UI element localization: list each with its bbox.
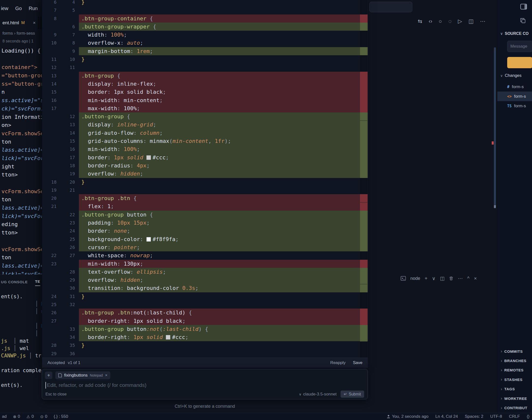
diff-line[interactable]: 25 background-color: #f8f9fa; [42,235,368,243]
code-line[interactable]: lass.active]= [0,146,42,154]
diff-line[interactable]: 1211 [42,63,368,71]
section-worktree[interactable]: ›WORKTREE [497,394,532,403]
section-contribut[interactable]: ›CONTRIBUT [497,403,532,412]
changes-section-header[interactable]: ∨ Changes [500,73,521,78]
diff-line[interactable]: 27 border-right: 1px solid black; [42,317,368,325]
diff-line[interactable]: 9 margin-bottom: 1rem; [42,47,368,55]
diff-line[interactable]: 26 cursor: pointer; [42,243,368,251]
diff-line[interactable]: 30 transition: background-color 0.3s; [42,284,368,292]
diff-line[interactable]: 34 border-right: 1px solid #ccc; [42,333,368,341]
status-language-mode[interactable]: {} [527,414,530,419]
diff-line[interactable]: 17 border: 1px solid #ccc; [42,153,368,162]
code-line[interactable]: ion Informati [0,113,42,121]
next-change-icon[interactable]: ◌ [448,18,451,25]
diff-line[interactable]: 1110} [42,55,368,63]
status-git-blame[interactable]: You, 2 seconds ago [387,414,429,419]
terminal-label[interactable]: node [410,276,420,281]
diff-line[interactable]: 2936 [42,350,368,358]
code-line[interactable]: ton [0,138,42,146]
code-line[interactable] [0,55,42,63]
status-indentation[interactable]: Spaces: 2 [465,414,483,419]
code-line[interactable]: tton> [0,228,42,237]
diff-line[interactable]: 17 max-width: 100%; [42,104,368,112]
close-panel-icon[interactable]: × [474,276,477,281]
reapply-button[interactable]: Reapply [330,360,345,365]
tab-ent-html[interactable]: ent.html M × [0,17,38,29]
section-remotes[interactable]: ›REMOTES [497,365,532,375]
code-line[interactable]: tton> [0,171,42,179]
diff-line[interactable]: 33.button-group button:not(:last-child) … [42,325,368,333]
diff-line[interactable]: 23 padding: 10px 15px; [42,219,368,227]
sidebar-title[interactable]: ∨ SOURCE CO [500,31,529,36]
maximize-panel-icon[interactable]: ^ [467,276,469,281]
close-icon[interactable]: × [33,20,36,26]
diff-line[interactable]: 15 border: 1px solid black; [42,88,368,96]
code-line[interactable]: ss="button-gr [0,80,42,88]
submit-button[interactable]: ↵ Submit [340,390,364,398]
file-row[interactable]: TSform-s [497,101,532,111]
section-tags[interactable]: ›TAGS [497,384,532,394]
command-center[interactable] [369,2,412,12]
diff-line[interactable]: 21 flex: 1; [42,202,368,210]
terminal-profile-icon[interactable]: ∨ [432,275,436,281]
diff-line[interactable]: 14 display: inline-flex; [42,80,368,88]
code-line[interactable]: on> [0,121,42,129]
code-line[interactable]: ck)="svcForm. [0,105,42,113]
code-line[interactable]: eding [0,220,42,228]
diff-line[interactable]: 16 min-width: 100%; [42,145,368,153]
run-diff-icon[interactable]: ▷ [458,18,462,25]
diff-line[interactable]: 97 width: 100%; [42,31,368,39]
diff-line[interactable]: 19 overflow: hidden; [42,170,368,178]
notepad-pill[interactable]: fixingbuttons Notepad × [55,371,110,379]
diff-line[interactable]: 75 [42,6,368,14]
diff-line[interactable]: 12.button-group { [42,112,368,120]
status-counter[interactable]: {.} : 550 [54,414,68,419]
diff-line[interactable]: 108 overflow-x: auto; [42,39,368,47]
codelens-blame[interactable]: 8 seconds ago | 1 [0,38,42,45]
section-stashes[interactable]: ›STASHES [497,375,532,384]
code-line[interactable] [0,179,42,187]
code-line[interactable]: ="button-grou [0,71,42,80]
diff-line[interactable]: 2431} [42,292,368,300]
diff-overview-ruler[interactable] [360,0,367,358]
add-context-button[interactable]: + [45,372,52,379]
menu-item-go[interactable]: Go [15,6,22,11]
file-row[interactable]: <>form-s [497,91,532,101]
status-eol[interactable]: CRLF [509,414,520,419]
code-line[interactable]: lick)="svcFor [0,154,42,163]
diff-line[interactable]: 16 min-width: min-content; [42,96,368,104]
split-editor-icon[interactable]: ◫ [468,18,473,25]
panel-tab[interactable]: UG CONSOLE [1,277,28,286]
diff-line[interactable]: 14 grid-auto-flow: column; [42,129,368,137]
code-line[interactable]: ight [0,163,42,171]
diff-line[interactable]: 13.btn-group { [42,72,368,80]
compare-changes-icon[interactable]: ⇆ [418,18,422,25]
code-line[interactable]: container"> [0,63,42,71]
more-actions-icon[interactable]: ⋯ [458,275,463,281]
section-commits[interactable]: ›COMMITS [497,347,532,356]
code-line[interactable]: n [0,88,42,96]
code-line[interactable]: lick)="svcFor [0,212,42,220]
breadcrumb[interactable]: forms › form-sess [0,29,42,38]
section-branches[interactable]: ›BRANCHES [497,356,532,365]
file-row[interactable]: #form-s [497,82,532,91]
diff-line[interactable]: 15 grid-auto-columns: minmax(min-content… [42,137,368,145]
close-icon[interactable]: × [105,373,107,378]
code-line[interactable]: ton [0,195,42,204]
diff-line[interactable]: 1820} [42,178,368,186]
diff-line[interactable]: 20.btn-group .btn { [42,194,368,202]
diff-line[interactable]: 1921 [42,186,368,194]
save-button[interactable]: Save [353,360,362,365]
code-line[interactable]: ton [0,253,42,262]
diff-line[interactable]: 2835} [42,341,368,349]
diff-line[interactable]: 13 display: inline-grid; [42,120,368,129]
status-errors[interactable]: ⊗0 [13,414,20,419]
more-actions-icon[interactable]: ⋯ [480,18,485,25]
code-line[interactable]: lass.active]= [0,204,42,212]
status-truncated-label[interactable]: ad [2,414,7,419]
diff-line[interactable]: 18 border-radius: 4px; [42,162,368,170]
diff-line[interactable]: 2532 [42,300,368,309]
diff-line[interactable]: 2227 white-space: nowrap; [42,251,368,259]
code-line[interactable]: ss.active]="s [0,96,42,105]
chat-input[interactable]: Edit, refactor, or add code (/ for comma… [42,380,368,390]
